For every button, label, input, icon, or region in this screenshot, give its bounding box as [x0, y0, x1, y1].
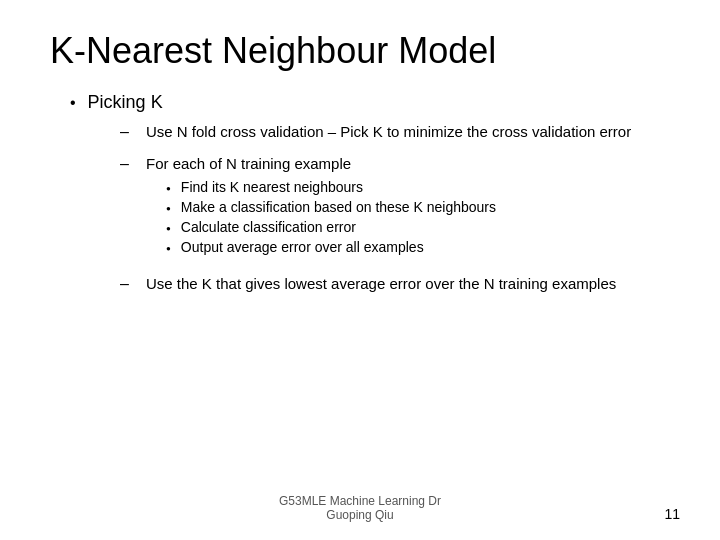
footer-instructor: Guoping Qiu	[0, 508, 720, 522]
dash-item-2: – For each of N training example ● Find …	[120, 155, 660, 261]
dash-item-2-content: For each of N training example ● Find it…	[146, 155, 496, 261]
main-bullet-text: Picking K	[88, 92, 163, 113]
slide-title: K-Nearest Neighbour Model	[50, 30, 660, 72]
dash-2: –	[120, 155, 134, 173]
dash-item-3: – Use the K that gives lowest average er…	[120, 275, 660, 293]
dash-text-3: Use the K that gives lowest average erro…	[146, 275, 616, 292]
page-number: 11	[664, 506, 680, 522]
nested-item-3: ● Calculate classification error	[166, 219, 496, 235]
sub-items: – Use N fold cross validation – Pick K t…	[100, 123, 660, 293]
footer-course: G53MLE Machine Learning Dr	[0, 494, 720, 508]
nested-text-4: Output average error over all examples	[181, 239, 424, 255]
nested-item-2: ● Make a classification based on these K…	[166, 199, 496, 215]
nested-dot-1: ●	[166, 184, 171, 193]
nested-bullets: ● Find its K nearest neighbours ● Make a…	[166, 179, 496, 255]
bullet-dot: •	[70, 94, 76, 112]
slide: K-Nearest Neighbour Model • Picking K – …	[0, 0, 720, 540]
dash-item-1: – Use N fold cross validation – Pick K t…	[120, 123, 660, 141]
nested-item-1: ● Find its K nearest neighbours	[166, 179, 496, 195]
nested-dot-3: ●	[166, 224, 171, 233]
dash-3: –	[120, 275, 134, 293]
dash-text-1: Use N fold cross validation – Pick K to …	[146, 123, 631, 140]
nested-dot-4: ●	[166, 244, 171, 253]
dash-text-2: For each of N training example	[146, 155, 351, 172]
nested-item-4: ● Output average error over all examples	[166, 239, 496, 255]
nested-text-3: Calculate classification error	[181, 219, 356, 235]
slide-content: • Picking K – Use N fold cross validatio…	[70, 92, 660, 293]
nested-dot-2: ●	[166, 204, 171, 213]
dash-1: –	[120, 123, 134, 141]
footer: G53MLE Machine Learning Dr Guoping Qiu	[0, 494, 720, 522]
nested-text-1: Find its K nearest neighbours	[181, 179, 363, 195]
main-bullet: • Picking K	[70, 92, 660, 113]
nested-text-2: Make a classification based on these K n…	[181, 199, 496, 215]
